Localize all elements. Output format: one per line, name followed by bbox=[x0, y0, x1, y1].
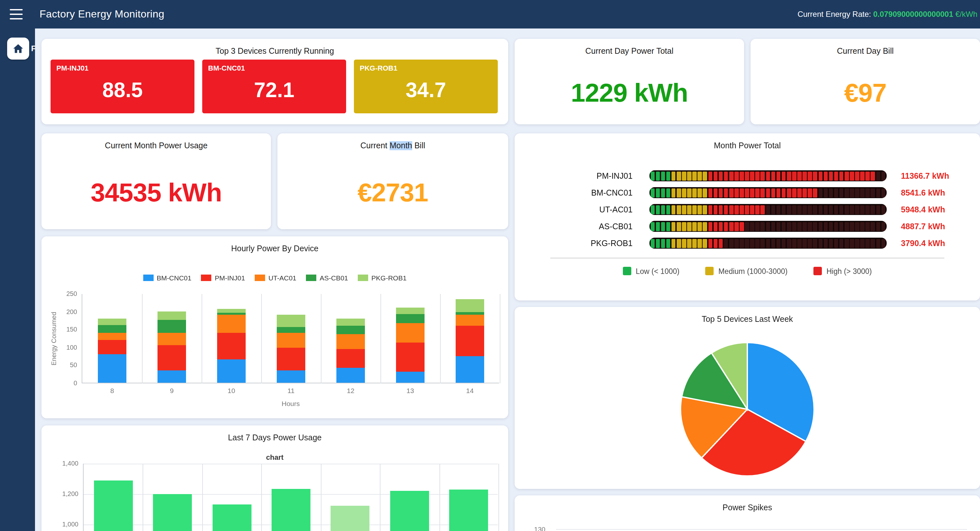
led-segment bbox=[651, 188, 655, 197]
card-power-spikes: Power Spikes 130 bbox=[515, 495, 980, 531]
y-tick-label: 200 bbox=[51, 308, 77, 315]
led-segment bbox=[661, 171, 665, 180]
x-tick-label: 9 bbox=[142, 387, 202, 395]
energy-rate-value: 0.07909000000000001 bbox=[873, 10, 953, 19]
stacked-bar-segment bbox=[217, 315, 246, 333]
led-segment bbox=[834, 188, 838, 197]
device-total-value: 3790.4 kWh bbox=[901, 239, 945, 248]
led-segment bbox=[787, 188, 791, 197]
led-segment bbox=[855, 171, 859, 180]
menu-icon[interactable] bbox=[10, 9, 23, 19]
led-segment bbox=[766, 188, 770, 197]
led-segment bbox=[666, 222, 670, 231]
led-segment bbox=[802, 239, 807, 248]
led-segment bbox=[839, 239, 843, 248]
led-segment bbox=[756, 205, 760, 214]
led-segment bbox=[776, 188, 781, 197]
legend-label: BM-CNC01 bbox=[156, 274, 191, 282]
x-tick-label: 14 bbox=[440, 387, 500, 395]
legend-label: AS-CB01 bbox=[320, 274, 348, 282]
card-hourly-power: Hourly Power By Device BM-CNC01PM-INJ01U… bbox=[41, 236, 508, 418]
app-title: Factory Energy Monitoring bbox=[40, 8, 164, 20]
led-segment bbox=[692, 188, 697, 197]
led-segment bbox=[776, 171, 781, 180]
bar bbox=[390, 491, 429, 531]
stacked-bar-segment bbox=[396, 342, 425, 372]
led-segment bbox=[713, 222, 718, 231]
stacked-bar-segment bbox=[277, 370, 305, 383]
led-segment bbox=[692, 171, 697, 180]
stacked-bar-segment bbox=[158, 345, 186, 370]
gridline bbox=[261, 294, 262, 384]
chart-legend-item[interactable]: PKG-ROB1 bbox=[358, 274, 407, 282]
led-segment bbox=[724, 205, 728, 214]
led-segment bbox=[865, 205, 870, 214]
gridline bbox=[202, 294, 202, 384]
legend-label: PKG-ROB1 bbox=[371, 274, 407, 282]
led-segment bbox=[740, 188, 744, 197]
led-segment bbox=[655, 239, 660, 248]
device-label: BM-CNC01 bbox=[515, 188, 649, 197]
led-segment bbox=[818, 205, 822, 214]
led-segment bbox=[871, 239, 875, 248]
led-segment bbox=[855, 239, 859, 248]
led-segment bbox=[687, 222, 691, 231]
stacked-bar-segment bbox=[336, 334, 365, 349]
led-segment bbox=[719, 239, 723, 248]
gridline bbox=[202, 464, 203, 531]
led-segment bbox=[865, 222, 870, 231]
led-segment bbox=[692, 205, 697, 214]
led-segment bbox=[834, 171, 838, 180]
led-segment bbox=[845, 188, 849, 197]
led-segment bbox=[808, 171, 812, 180]
home-button[interactable] bbox=[7, 38, 29, 60]
chart-legend-item[interactable]: UT-AC01 bbox=[255, 274, 296, 282]
led-segment bbox=[818, 239, 822, 248]
energy-rate-unit: €/kWh bbox=[953, 10, 977, 19]
stacked-bar-segment bbox=[217, 333, 246, 360]
led-segment bbox=[792, 171, 796, 180]
card-last-7-days: Last 7 Days Power Usage chart 1,4001,200… bbox=[41, 425, 508, 531]
led-segment bbox=[729, 222, 733, 231]
card-month-bill: Current Month Bill €2731 bbox=[277, 133, 508, 229]
stacked-bar-segment bbox=[336, 325, 365, 334]
stacked-bar-segment bbox=[217, 309, 246, 313]
led-segment bbox=[734, 205, 738, 214]
led-segment bbox=[745, 222, 749, 231]
led-segment bbox=[802, 188, 807, 197]
led-segment bbox=[813, 239, 817, 248]
led-segment bbox=[719, 188, 723, 197]
led-segment bbox=[682, 205, 686, 214]
stacked-bar-segment bbox=[396, 323, 425, 343]
stacked-bar-segment bbox=[396, 372, 425, 383]
led-segment bbox=[734, 171, 738, 180]
y-tick-label: 1,200 bbox=[50, 490, 78, 497]
chart-legend-item[interactable]: PM-INJ01 bbox=[201, 274, 245, 282]
led-segment bbox=[839, 205, 843, 214]
device-tile: BM-CNC01 72.1 bbox=[202, 60, 346, 113]
led-segment bbox=[756, 171, 760, 180]
led-segment bbox=[729, 188, 733, 197]
led-segment bbox=[766, 205, 770, 214]
bar bbox=[272, 489, 310, 531]
chart-subtitle: chart bbox=[41, 453, 508, 461]
led-segment bbox=[661, 188, 665, 197]
chart-legend-item[interactable]: BM-CNC01 bbox=[143, 274, 191, 282]
led-segment bbox=[766, 222, 770, 231]
led-segment bbox=[713, 188, 718, 197]
led-segment bbox=[760, 205, 765, 214]
month-total-row: PKG-ROB13790.4 kWh bbox=[515, 238, 980, 249]
home-icon bbox=[12, 43, 24, 54]
led-segment bbox=[750, 222, 754, 231]
led-segment bbox=[734, 239, 738, 248]
legend-swatch bbox=[623, 267, 631, 275]
gridline bbox=[500, 294, 500, 384]
card-title: Top 5 Devices Last Week bbox=[515, 307, 980, 324]
led-segment bbox=[776, 222, 781, 231]
card-title: Last 7 Days Power Usage bbox=[41, 425, 508, 442]
led-segment bbox=[861, 239, 865, 248]
led-segment bbox=[813, 222, 817, 231]
led-segment bbox=[698, 171, 702, 180]
led-segment bbox=[813, 188, 817, 197]
chart-legend-item[interactable]: AS-CB01 bbox=[306, 274, 348, 282]
